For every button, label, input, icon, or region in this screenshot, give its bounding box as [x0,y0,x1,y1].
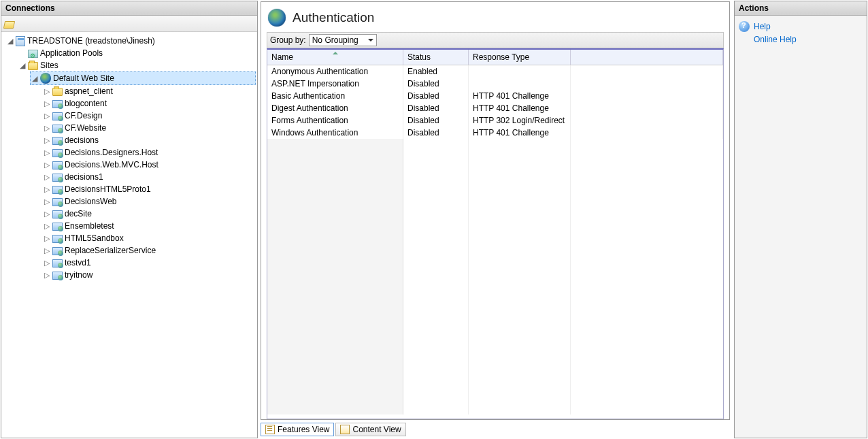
actions-header: Actions [735,1,867,16]
table-row[interactable]: Windows AuthenticationDisabledHTTP 401 C… [267,127,723,139]
tree-item-label: ReplaceSerializerService [65,244,156,257]
actions-panel: Actions Help Online Help [734,1,867,438]
tree-item[interactable]: ▷CF.Design [42,110,256,122]
col-header-name[interactable]: Name [267,50,403,65]
tab-features-view[interactable]: Features View [261,423,334,436]
table-row[interactable]: Basic AuthenticationDisabledHTTP 401 Cha… [267,90,723,102]
tree-default-web-site[interactable]: ◢ Default Web Site [30,71,256,85]
tree-item-label: Application Pools [40,47,103,59]
cell-name: Digest Authentication [267,102,403,114]
connections-tree[interactable]: ◢ TREADSTONE (treadstone\Jinesh) Applica… [1,32,257,438]
cell-blank [571,65,723,78]
tree-item[interactable]: ▷DecisionsHTML5Proto1 [42,183,256,195]
action-online-help[interactable]: Online Help [737,33,864,46]
tree-item[interactable]: ▷HTML5Sandbox [42,232,256,244]
actions-body: Help Online Help [735,16,867,438]
grouping-bar: Group by: No Grouping [267,32,724,48]
expander-icon[interactable]: ▷ [44,198,50,205]
webapp-icon [52,137,63,145]
tree-item-label: blogcontent [65,97,107,110]
group-by-label: Group by: [270,35,306,45]
tree-item-label: Decisions.Web.MVC.Host [65,159,158,171]
features-view-icon [265,425,275,434]
cell-status: Disabled [403,90,469,102]
tree-item[interactable]: ▷Ensembletest [42,220,256,232]
cell-response [469,65,571,78]
content-view-icon [340,425,350,434]
tree-item-label: Ensembletest [65,220,114,232]
tab-content-view[interactable]: Content View [335,423,405,436]
tree-item-label: DecisionsWeb [65,195,116,208]
table-row[interactable]: ASP.NET ImpersonationDisabled [267,78,723,90]
table-row[interactable]: Forms AuthenticationDisabledHTTP 302 Log… [267,114,723,127]
cell-name: Anonymous Authentication [267,65,403,78]
col-header-status[interactable]: Status [403,50,469,65]
tree-item[interactable]: ▷tryitnow [42,269,256,281]
tree-item[interactable]: ▷CF.Website [42,122,256,134]
tree-item-label: decSite [65,208,92,220]
tree-item-label: decisions1 [65,171,103,183]
group-by-select[interactable]: No Grouping [309,34,377,46]
expander-icon[interactable]: ▷ [44,259,50,266]
webapp-icon [52,125,63,133]
col-label: Name [271,52,293,62]
webapp-icon [52,272,63,280]
webapp-icon [52,100,63,108]
tree-item[interactable]: ▷DecisionsWeb [42,195,256,208]
connections-panel: Connections ◢ TREADSTONE (treadstone\Jin… [1,1,258,438]
expander-icon[interactable]: ▷ [44,247,50,254]
expander-icon[interactable]: ▷ [44,112,50,119]
cell-name: Windows Authentication [267,127,403,139]
tree-item-label: Sites [40,59,59,71]
expander-icon[interactable]: ▷ [44,223,50,229]
expander-icon[interactable]: ▷ [44,174,50,180]
expander-icon[interactable]: ▷ [44,186,50,193]
webapp-icon [52,235,63,243]
tree-item[interactable]: ▷decisions [42,134,256,146]
tree-item[interactable]: ▷ReplaceSerializerService [42,244,256,257]
table-row[interactable]: Digest AuthenticationDisabledHTTP 401 Ch… [267,102,723,114]
page-header: Authentication [267,6,724,32]
group-by-value: No Grouping [312,35,358,45]
expander-icon[interactable]: ▷ [44,235,50,242]
tree-item[interactable]: ▷aspnet_client [42,85,256,97]
expander-icon[interactable]: ▷ [44,100,50,107]
expander-icon[interactable]: ▷ [44,149,50,156]
tree-item[interactable]: ▷testvd1 [42,257,256,269]
tree-item-label: Default Web Site [53,72,114,84]
auth-table: Name Status Response Type Anonymous Auth… [267,48,724,419]
folder-open-icon[interactable] [3,21,15,29]
tree-item[interactable]: ▷decSite [42,208,256,220]
tree-item[interactable]: ▷decisions1 [42,171,256,183]
tree-item[interactable]: ▷Decisions.Designers.Host [42,146,256,159]
expander-icon[interactable]: ◢ [19,62,26,69]
expander-icon[interactable]: ▷ [44,210,50,217]
col-header-response[interactable]: Response Type [469,50,571,65]
expander-icon[interactable]: ▷ [44,137,50,144]
cell-status: Enabled [403,65,469,78]
expander-icon[interactable]: ▷ [44,88,50,95]
expander-icon[interactable]: ▷ [44,161,50,168]
view-tabs: Features View Content View [261,420,730,438]
cell-status: Disabled [403,127,469,139]
webapp-icon [52,112,63,120]
globe-icon [40,73,51,84]
expander-icon[interactable]: ◢ [31,75,38,82]
cell-response: HTTP 302 Login/Redirect [469,114,571,127]
action-label: Help [754,22,771,31]
expander-icon[interactable]: ◢ [7,37,14,44]
expander-icon[interactable]: ▷ [44,125,50,131]
table-row[interactable]: Anonymous AuthenticationEnabled [267,65,723,78]
tree-item[interactable]: ▷Decisions.Web.MVC.Host [42,159,256,171]
cell-blank [571,114,723,127]
tree-server-node[interactable]: ◢ TREADSTONE (treadstone\Jinesh) [5,35,256,47]
tree-sites[interactable]: ◢ Sites [18,59,256,71]
sort-ascending-icon [333,49,338,54]
cell-name: ASP.NET Impersonation [267,78,403,90]
tree-item[interactable]: ▷blogcontent [42,97,256,110]
webapp-icon [52,223,63,231]
expander-icon[interactable]: ▷ [44,272,50,278]
webapp-icon [52,174,63,182]
action-help[interactable]: Help [737,20,864,33]
tree-app-pools[interactable]: Application Pools [18,47,256,59]
